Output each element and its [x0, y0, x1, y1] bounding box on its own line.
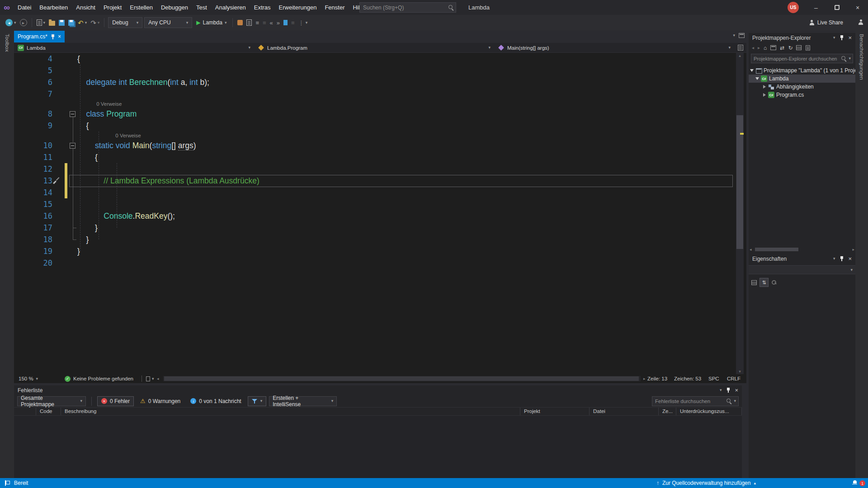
- column-header-projekt[interactable]: Projekt: [520, 408, 590, 415]
- column-header-beschreibung[interactable]: Beschreibung: [61, 408, 520, 415]
- property-pages-icon[interactable]: [771, 280, 777, 285]
- pin-icon[interactable]: [840, 35, 844, 41]
- breadcrumb-project[interactable]: C# Lambda ▾: [14, 43, 254, 52]
- error-list-title-bar[interactable]: Fehlerliste ▾ ×: [14, 385, 742, 395]
- menu-fenster[interactable]: Fenster: [321, 0, 349, 15]
- scroll-left-icon[interactable]: ◂: [750, 247, 752, 252]
- errors-filter-toggle[interactable]: ×0 Fehler: [97, 396, 134, 406]
- zoom-combo[interactable]: 150 %▾: [17, 374, 40, 383]
- fold-collapse-icon[interactable]: [70, 143, 75, 149]
- save-button[interactable]: [57, 17, 66, 28]
- health-details-button[interactable]: ▾: [146, 374, 154, 383]
- scroll-right-icon[interactable]: ▸: [643, 374, 646, 383]
- error-list-search-box[interactable]: ▾: [652, 396, 739, 406]
- configuration-combo[interactable]: Debug▾: [108, 17, 142, 28]
- expand-icon[interactable]: [762, 85, 766, 89]
- home-icon[interactable]: ⌂: [764, 45, 767, 51]
- code-line-14[interactable]: 14: [14, 187, 746, 198]
- expand-icon[interactable]: [762, 93, 766, 97]
- restore-button[interactable]: [826, 0, 847, 15]
- menu-datei[interactable]: Datei: [14, 0, 35, 15]
- filter-button[interactable]: ▾: [248, 396, 267, 406]
- scrollbar-thumb[interactable]: [755, 248, 798, 251]
- fold-collapse-icon[interactable]: [70, 111, 75, 117]
- code-line-6[interactable]: 6 delegate int Berechnen(int a, int b);: [14, 76, 746, 88]
- properties-object-combo[interactable]: ▾: [749, 265, 855, 274]
- scope-filter-combo[interactable]: Gesamte Projektmappe▾: [17, 396, 86, 406]
- horizontal-scrollbar[interactable]: [163, 376, 641, 381]
- source-filter-combo[interactable]: Erstellen + IntelliSense▾: [269, 396, 337, 406]
- quick-actions-icon[interactable]: [53, 177, 60, 184]
- menu-extras[interactable]: Extras: [250, 0, 275, 15]
- tab-list-chevron-icon[interactable]: ▾: [733, 33, 735, 38]
- breadcrumb-member[interactable]: Main(string[] args) ▾: [494, 43, 734, 52]
- save-all-button[interactable]: [66, 17, 76, 28]
- code-line-17[interactable]: 17 }: [14, 222, 746, 234]
- code-line-7[interactable]: 7: [14, 88, 746, 100]
- menu-projekt[interactable]: Projekt: [99, 0, 126, 15]
- quick-search-box[interactable]: [359, 2, 456, 13]
- menu-analysieren[interactable]: Analysieren: [211, 0, 250, 15]
- solution-explorer-title-bar[interactable]: Projektmappen-Explorer ▾ ×: [749, 33, 855, 42]
- scrollbar-thumb[interactable]: [736, 115, 743, 249]
- sort-alphabetical-button[interactable]: ⇅: [760, 278, 769, 287]
- code-line-10[interactable]: 10 static void Main(string[] args): [14, 140, 746, 151]
- code-line-8[interactable]: 8 class Program: [14, 108, 746, 120]
- properties-title-bar[interactable]: Eigenschaften ▾ ×: [749, 254, 855, 263]
- code-line-16[interactable]: 16 Console.ReadKey();: [14, 210, 746, 222]
- error-list-body[interactable]: [14, 416, 742, 478]
- code-editor[interactable]: 4{56 delegate int Berechnen(int a, int b…: [14, 53, 746, 374]
- add-to-source-control-button[interactable]: ↑ Zur Quellcodeverwaltung hinzufügen ▴: [656, 478, 756, 488]
- solution-explorer-search-box[interactable]: ▾: [751, 54, 853, 63]
- close-icon[interactable]: ×: [848, 35, 852, 41]
- code-line-18[interactable]: 18 }: [14, 234, 746, 245]
- refresh-icon[interactable]: ↻: [788, 45, 793, 51]
- code-line-4[interactable]: 4{: [14, 53, 746, 65]
- forward-icon[interactable]: ▸: [758, 45, 760, 50]
- scroll-up-icon[interactable]: ▴: [736, 53, 744, 58]
- live-share-button[interactable]: Live Share: [809, 15, 843, 30]
- menu-test[interactable]: Test: [192, 0, 211, 15]
- redo-button[interactable]: ↷▾: [89, 17, 101, 28]
- menu-bearbeiten[interactable]: Bearbeiten: [35, 0, 72, 15]
- code-line-20[interactable]: 20: [14, 257, 746, 269]
- error-list-search-input[interactable]: [652, 399, 724, 404]
- codelens-references[interactable]: 0 Verweise: [14, 100, 746, 108]
- apply-code-changes-button[interactable]: [236, 17, 245, 28]
- back-icon[interactable]: ◂: [752, 45, 754, 50]
- close-icon[interactable]: ×: [735, 387, 738, 393]
- tree-item-lambda[interactable]: C#Lambda: [749, 75, 855, 83]
- column-header-ze-[interactable]: Ze...: [659, 408, 676, 415]
- code-line-11[interactable]: 11 {: [14, 151, 746, 163]
- column-header-unterdr-ckungszus-[interactable]: Unterdrückungszus...: [676, 408, 742, 415]
- code-line-15[interactable]: 15: [14, 198, 746, 210]
- comment-button[interactable]: ≡: [254, 17, 261, 28]
- tree-item-abh-ngigkeiten[interactable]: Abhängigkeiten: [749, 83, 855, 91]
- toolbox-tab[interactable]: Toolbox: [5, 34, 10, 52]
- code-line-13[interactable]: 13 // Lambda Expressions (Lambda Ausdrüc…: [14, 175, 746, 187]
- window-position-icon[interactable]: ▾: [833, 257, 835, 261]
- tree-item-program-cs[interactable]: C#Program.cs: [749, 91, 855, 99]
- messages-filter-toggle[interactable]: i0 von 1 Nachricht: [187, 396, 245, 406]
- solution-explorer-search-input[interactable]: [751, 56, 839, 61]
- minimize-button[interactable]: –: [806, 0, 826, 15]
- scroll-down-icon[interactable]: ▾: [736, 369, 744, 374]
- platform-combo[interactable]: Any CPU▾: [144, 17, 192, 28]
- window-position-icon[interactable]: ▾: [720, 388, 722, 392]
- breadcrumb-type[interactable]: Lambda.Program ▾: [254, 43, 494, 52]
- scroll-right-icon[interactable]: ▸: [852, 247, 854, 252]
- pin-icon[interactable]: [726, 387, 730, 393]
- new-file-button[interactable]: ▾: [35, 17, 47, 28]
- column-header-code[interactable]: Code: [36, 408, 61, 415]
- window-position-icon[interactable]: ▾: [833, 36, 835, 40]
- column-header-datei[interactable]: Datei: [590, 408, 659, 415]
- categorized-icon[interactable]: [751, 280, 757, 285]
- indent-button[interactable]: »: [275, 17, 282, 28]
- code-line-9[interactable]: 9 {: [14, 120, 746, 131]
- document-health-indicator[interactable]: ✓ Keine Probleme gefunden: [65, 374, 133, 383]
- pin-icon[interactable]: [51, 34, 55, 40]
- nav-back-button[interactable]: ◂▾: [4, 17, 18, 28]
- column-header-icon[interactable]: [14, 408, 36, 415]
- undo-button[interactable]: ↶▾: [76, 17, 89, 28]
- open-file-button[interactable]: [47, 17, 57, 28]
